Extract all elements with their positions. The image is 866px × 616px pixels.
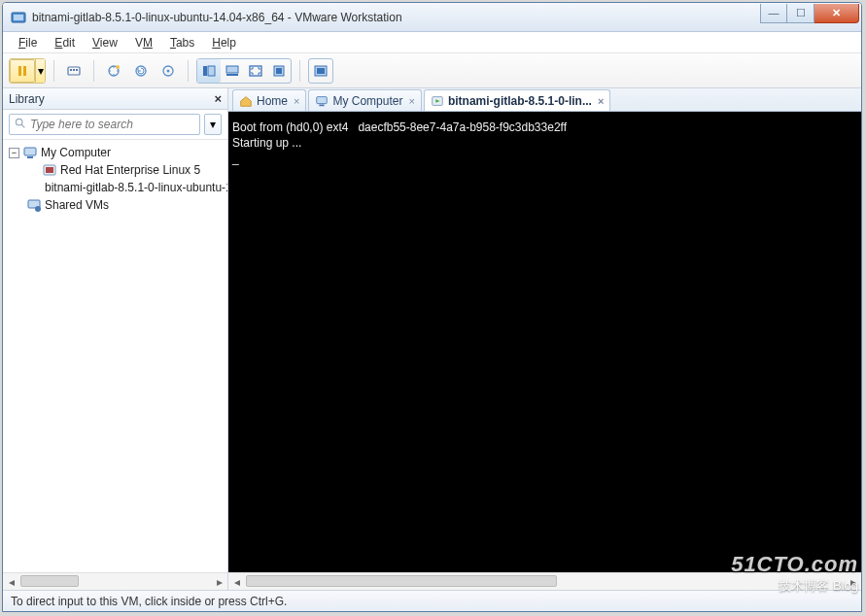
- svg-rect-1: [14, 15, 23, 20]
- menu-tabs[interactable]: Tabs: [162, 34, 202, 51]
- menubar: File Edit View VM Tabs Help: [3, 32, 861, 53]
- scroll-left-icon[interactable]: ◂: [228, 573, 245, 590]
- snapshot-revert-button[interactable]: [129, 59, 153, 83]
- maximize-button[interactable]: ☐: [787, 4, 814, 23]
- app-window: bitnami-gitlab-8.5.1-0-linux-ubuntu-14.0…: [2, 2, 862, 612]
- tab-bar: Home × My Computer × bitnami-gitlab-8.5.…: [228, 88, 861, 112]
- svg-rect-17: [250, 66, 261, 76]
- menu-edit[interactable]: Edit: [47, 34, 83, 51]
- show-console-button[interactable]: [309, 59, 332, 83]
- scroll-thumb[interactable]: [20, 575, 79, 587]
- svg-point-12: [167, 69, 170, 72]
- svg-rect-16: [226, 74, 238, 76]
- tree-label: My Computer: [41, 146, 111, 159]
- scroll-left-icon[interactable]: ◂: [3, 573, 19, 590]
- menu-vm[interactable]: VM: [127, 34, 160, 51]
- computer-icon: [22, 145, 38, 160]
- svg-rect-19: [276, 68, 282, 74]
- search-box[interactable]: [9, 114, 200, 135]
- main-panel: Home × My Computer × bitnami-gitlab-8.5.…: [228, 88, 861, 590]
- content-area: Library × ▾ − My Computer: [3, 88, 861, 590]
- toolbar-separator: [53, 60, 54, 82]
- library-tree: − My Computer Red Hat Enterprise Linux 5: [3, 140, 227, 572]
- menu-view[interactable]: View: [85, 34, 125, 51]
- titlebar[interactable]: bitnami-gitlab-8.5.1-0-linux-ubuntu-14.0…: [3, 3, 861, 32]
- tab-mycomputer[interactable]: My Computer ×: [308, 89, 421, 111]
- shared-vms-icon: [26, 197, 42, 213]
- svg-line-23: [21, 124, 24, 127]
- thumbnail-view-button[interactable]: [221, 59, 244, 83]
- vm-running-icon: [431, 94, 444, 108]
- svg-rect-2: [18, 66, 21, 76]
- send-keys-button[interactable]: [62, 59, 86, 83]
- tab-vm-bitnami[interactable]: bitnami-gitlab-8.5.1-0-lin... ×: [424, 89, 610, 111]
- tab-close-icon[interactable]: ×: [294, 95, 299, 107]
- snapshot-manager-button[interactable]: [156, 59, 180, 83]
- library-hscrollbar[interactable]: ◂ ▸: [3, 572, 227, 590]
- tree-item-redhat[interactable]: Red Hat Enterprise Linux 5: [3, 161, 227, 179]
- toolbar-separator: [188, 60, 189, 82]
- svg-rect-6: [73, 69, 75, 71]
- tree-label: bitnami-gitlab-8.5.1-0-linux-ubuntu-14.0…: [45, 181, 227, 194]
- toolbar-separator: [93, 60, 94, 82]
- library-close-button[interactable]: ×: [214, 91, 222, 106]
- toolbar-separator: [299, 60, 300, 82]
- library-search-row: ▾: [3, 110, 227, 140]
- search-filter-dropdown[interactable]: ▾: [204, 114, 222, 135]
- console-group: [308, 58, 333, 84]
- window-controls: — ☐ ✕: [760, 4, 861, 23]
- terminal-line: Starting up ...: [232, 136, 301, 150]
- unity-button[interactable]: [267, 59, 291, 83]
- tree-label: Shared VMs: [45, 198, 109, 212]
- svg-rect-15: [226, 66, 238, 73]
- tab-close-icon[interactable]: ×: [408, 95, 414, 107]
- svg-rect-24: [24, 148, 36, 155]
- library-title: Library: [9, 92, 45, 106]
- main-hscrollbar[interactable]: ◂ ▸: [228, 572, 861, 590]
- minimize-button[interactable]: —: [760, 4, 787, 23]
- app-icon: [11, 10, 26, 25]
- tree-label: Red Hat Enterprise Linux 5: [60, 163, 200, 177]
- tab-home[interactable]: Home ×: [232, 89, 306, 111]
- power-dropdown[interactable]: ▾: [35, 59, 45, 83]
- close-button[interactable]: ✕: [814, 4, 859, 23]
- vm-off-icon: [42, 162, 57, 178]
- collapse-icon[interactable]: −: [9, 148, 19, 158]
- window-title: bitnami-gitlab-8.5.1-0-linux-ubuntu-14.0…: [32, 11, 760, 24]
- svg-point-30: [35, 206, 41, 212]
- status-text: To direct input to this VM, click inside…: [11, 595, 287, 608]
- svg-rect-32: [320, 104, 325, 106]
- scroll-thumb[interactable]: [246, 575, 557, 587]
- tree-root-mycomputer[interactable]: − My Computer: [3, 144, 227, 161]
- menu-file[interactable]: File: [11, 34, 45, 51]
- view-mode-group: [196, 58, 292, 84]
- tab-close-icon[interactable]: ×: [598, 95, 604, 107]
- svg-rect-25: [27, 156, 33, 158]
- pause-button[interactable]: [10, 59, 35, 83]
- terminal-cursor: _: [232, 152, 239, 165]
- terminal-line: Boot from (hd0,0) ext4 daecfb55-8ee7-4a7…: [232, 120, 567, 134]
- svg-point-22: [16, 119, 22, 125]
- snapshot-take-button[interactable]: [102, 59, 125, 83]
- svg-rect-27: [46, 167, 53, 173]
- library-panel: Library × ▾ − My Computer: [3, 88, 228, 590]
- search-icon: [14, 117, 26, 132]
- toolbar: ▾: [3, 53, 861, 88]
- svg-rect-3: [23, 66, 26, 76]
- tree-item-bitnami[interactable]: bitnami-gitlab-8.5.1-0-linux-ubuntu-14.0…: [3, 179, 227, 196]
- scroll-right-icon[interactable]: ▸: [211, 573, 227, 590]
- tab-label: My Computer: [332, 94, 402, 108]
- svg-rect-7: [76, 69, 78, 71]
- home-icon: [239, 94, 253, 108]
- tab-label: bitnami-gitlab-8.5.1-0-lin...: [448, 94, 592, 108]
- svg-rect-14: [208, 66, 215, 76]
- tree-shared-vms[interactable]: Shared VMs: [3, 196, 227, 214]
- search-input[interactable]: [30, 118, 195, 131]
- menu-help[interactable]: Help: [204, 34, 244, 51]
- svg-point-9: [116, 65, 120, 69]
- tab-label: Home: [257, 94, 288, 108]
- fullscreen-button[interactable]: [244, 59, 267, 83]
- show-library-button[interactable]: [197, 59, 221, 83]
- vm-console[interactable]: Boot from (hd0,0) ext4 daecfb55-8ee7-4a7…: [228, 112, 861, 572]
- scroll-right-icon[interactable]: ▸: [845, 573, 861, 590]
